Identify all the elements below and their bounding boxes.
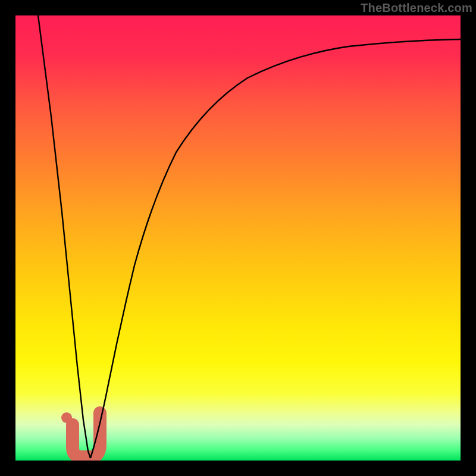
curve-left — [38, 15, 90, 458]
plot-area — [15, 15, 461, 461]
curves-layer — [15, 15, 461, 461]
highlight-j-mark — [61, 412, 100, 457]
chart-stage: TheBottleneck.com — [0, 0, 476, 476]
svg-point-1 — [61, 412, 72, 423]
curve-right — [90, 39, 461, 458]
watermark-text: TheBottleneck.com — [361, 1, 472, 15]
